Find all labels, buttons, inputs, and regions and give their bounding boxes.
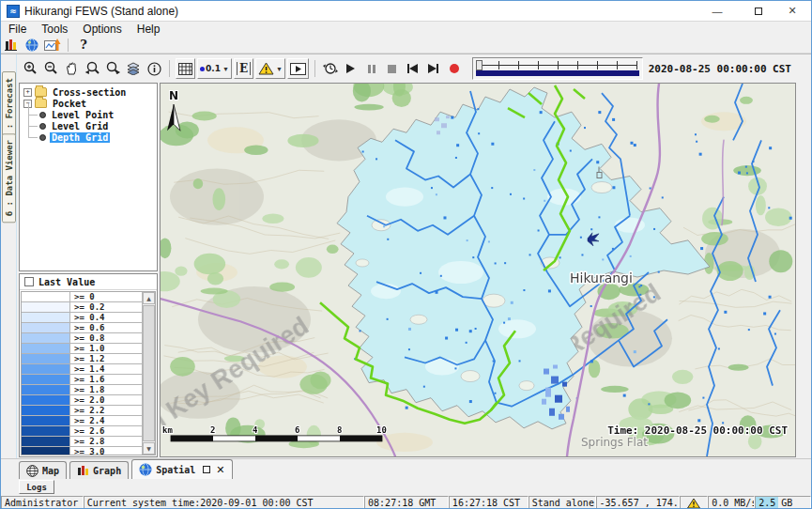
legend-label: >= 2.2 [70,406,142,415]
legend-row[interactable]: >= 3.0 [22,447,142,455]
legend-label: >= 0.4 [70,313,142,322]
layers-button[interactable] [124,58,143,79]
class-break-dropdown[interactable]: 0.1 ▼ [197,58,232,79]
chevron-down-icon: ▼ [276,66,283,72]
legend-row[interactable]: >= 2.8 [22,437,142,447]
town-label: Hikurangi [570,270,633,285]
menu-options[interactable]: Options [75,23,129,36]
skip-start-button[interactable] [404,58,422,79]
close-button[interactable]: ✕ [774,1,811,21]
tab-maximize-icon[interactable] [203,466,210,473]
legend-row[interactable]: >= 2.6 [22,426,142,437]
tab-close-icon[interactable]: ✕ [216,464,224,476]
zoom-out-button[interactable] [41,58,60,79]
tree-item-pocket[interactable]: − Pocket [20,98,157,109]
scroll-up-icon[interactable]: ▲ [143,292,155,304]
map-toolbar: 0.1 ▼ E ▼ [17,54,797,83]
toolbar-separator [169,60,170,77]
time-slider-tick [636,61,637,69]
globe-icon [139,463,152,476]
legend-swatch [22,385,70,394]
record-button[interactable] [445,58,464,79]
legend-row[interactable]: >= 2.0 [22,395,142,406]
tree-item-level-point[interactable]: Level Point [20,109,157,120]
zoom-next-icon [105,61,121,76]
zoom-previous-button[interactable] [83,58,101,79]
play-icon [346,64,355,73]
minimize-button[interactable]: — [698,1,736,21]
time-slider-tick [617,61,618,69]
legend-scrollbar[interactable]: ▲ ▼ [142,292,155,455]
time-slider-tick [558,61,559,69]
legend-header: Last Value [20,274,157,290]
stop-button[interactable] [383,58,402,79]
map-view[interactable]: API Key Required API Key Required [160,83,796,457]
time-slider-handle[interactable] [476,60,483,70]
zoom-next-button[interactable] [103,58,122,79]
play-button[interactable] [342,58,360,79]
legend-swatch [22,375,70,384]
tree-connector [28,131,39,143]
legend-row[interactable]: >= 2.2 [22,406,142,416]
tree-item-depth-grid[interactable]: Depth Grid [20,131,157,143]
tab-spatial[interactable]: Spatial ✕ [131,459,232,479]
tab-graph[interactable]: Graph [69,461,129,479]
bar-chart-icon [77,465,89,476]
legend-toggle-button[interactable]: E [234,58,253,79]
map-canvas[interactable]: API Key Required API Key Required [161,84,795,456]
expand-icon[interactable]: + [23,88,32,97]
hand-icon [65,61,79,76]
north-label: N [169,89,178,102]
status-warning-cell[interactable] [680,496,708,509]
animation-button[interactable] [287,58,309,79]
legend-label: >= 0.6 [70,323,142,332]
legend-label: >= 2.4 [70,416,142,425]
legend-row[interactable]: >= 1.2 [22,354,142,364]
center-column: 0.1 ▼ E ▼ [17,54,797,458]
skip-end-icon [428,64,437,73]
pan-button[interactable] [62,58,81,79]
timeseries-button[interactable] [42,38,63,53]
scroll-down-icon[interactable]: ▼ [143,442,155,455]
explorer-button[interactable] [1,38,22,53]
legend-row[interactable]: >= 0.8 [22,333,142,344]
logs-button[interactable]: Logs [19,480,54,494]
menu-bar: File Tools Options Help [1,22,811,37]
status-bar: Administrator Current system time:2020-0… [1,496,811,509]
warnings-dropdown[interactable]: ▼ [255,58,285,79]
tree-item-level-grid[interactable]: Level Grid [20,120,157,131]
legend-rows: >= 0>= 0.2>= 0.4>= 0.6>= 0.8>= 1.0>= 1.2… [22,292,142,455]
menu-help[interactable]: Help [130,23,168,36]
status-coordinates: -35.657 , 174.199 [596,496,681,509]
legend-row[interactable]: >= 0.6 [22,323,142,333]
map-display-button[interactable] [22,38,42,53]
legend-row[interactable]: >= 1.6 [22,375,142,385]
pause-button[interactable] [362,58,381,79]
grid-toggle-button[interactable] [176,58,195,79]
info-button[interactable] [145,58,163,79]
legend-row[interactable]: >= 1.4 [22,364,142,375]
zoom-previous-icon [84,61,100,76]
maximize-button[interactable] [736,1,774,21]
scale-tick: 10 [376,425,387,435]
skip-end-button[interactable] [424,58,443,79]
legend-row[interactable]: >= 0.4 [22,313,142,323]
tab-data-viewer[interactable]: 6 : Data Viewer [2,133,16,223]
zoom-out-icon [43,61,58,76]
time-slider[interactable] [472,57,643,80]
help-button[interactable]: ? [73,38,94,53]
pause-icon [368,65,371,73]
scrollbar-thumb[interactable] [143,305,155,441]
legend-row[interactable]: >= 1.8 [22,385,142,395]
tab-map[interactable]: Map [19,461,67,479]
legend-row[interactable]: >= 2.4 [22,416,142,426]
legend-swatch [22,344,70,353]
legend-row[interactable]: >= 0 [22,292,142,302]
zoom-in-button[interactable] [21,58,39,79]
legend-row[interactable]: >= 1.0 [22,344,142,354]
menu-file[interactable]: File [1,23,34,36]
legend-row[interactable]: >= 0.2 [22,302,142,313]
menu-tools[interactable]: Tools [34,23,75,36]
time-settings-button[interactable] [321,58,340,79]
last-value-checkbox[interactable] [24,277,34,286]
